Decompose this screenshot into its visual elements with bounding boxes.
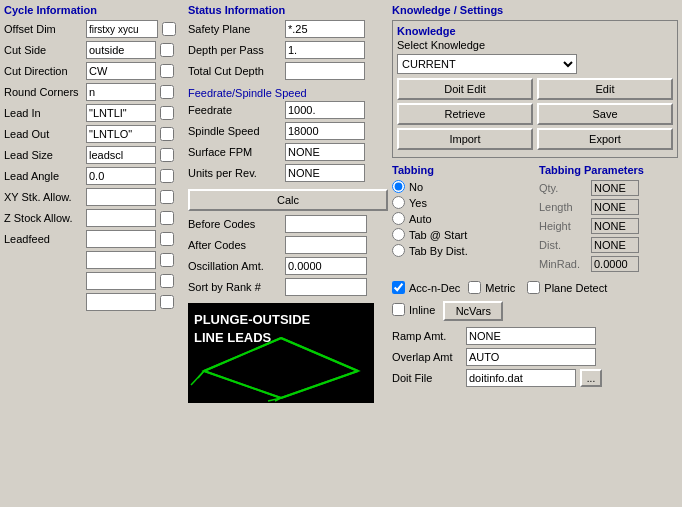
ncvars-button[interactable]: NcVars <box>443 301 503 321</box>
safety-plane-input[interactable] <box>285 20 365 38</box>
knowledge-select[interactable]: CURRENT <box>397 54 577 74</box>
doit-file-label: Doit File <box>392 372 462 384</box>
height-input[interactable] <box>591 218 639 234</box>
radio-auto[interactable] <box>392 212 405 225</box>
cut-side-row: Cut Side <box>4 41 184 59</box>
feedrate-input[interactable] <box>285 101 365 119</box>
import-button[interactable]: Import <box>397 128 533 150</box>
radio-no[interactable] <box>392 180 405 193</box>
lead-angle-input[interactable] <box>86 167 156 185</box>
surface-fpm-input[interactable] <box>285 143 365 161</box>
extra-checkbox-3[interactable] <box>160 295 174 309</box>
minrad-input[interactable] <box>591 256 639 272</box>
before-codes-row: Before Codes <box>188 215 388 233</box>
spindle-speed-input[interactable] <box>285 122 365 140</box>
xy-stk-allow-row: XY Stk. Allow. <box>4 188 184 206</box>
after-codes-row: After Codes <box>188 236 388 254</box>
z-stock-allow-row: Z Stock Allow. <box>4 209 184 227</box>
surface-fpm-row: Surface FPM <box>188 143 388 161</box>
lead-out-checkbox[interactable] <box>160 127 174 141</box>
cut-side-checkbox[interactable] <box>160 43 174 57</box>
lead-in-checkbox[interactable] <box>160 106 174 120</box>
doit-file-input[interactable] <box>466 369 576 387</box>
save-button[interactable]: Save <box>537 103 673 125</box>
radio-tab-by-dist[interactable] <box>392 244 405 257</box>
total-cut-depth-label: Total Cut Depth <box>188 65 283 77</box>
feedrate-row: Feedrate <box>188 101 388 119</box>
radio-tab-start[interactable] <box>392 228 405 241</box>
knowledge-settings-header: Knowledge / Settings <box>392 4 503 16</box>
z-stock-allow-checkbox[interactable] <box>160 211 174 225</box>
dist-input[interactable] <box>591 237 639 253</box>
extra-input-1[interactable] <box>86 251 156 269</box>
radio-tab-by-dist-label: Tab By Dist. <box>409 245 468 257</box>
extra-input-3[interactable] <box>86 293 156 311</box>
xy-stk-allow-input[interactable] <box>86 188 156 206</box>
units-per-rev-input[interactable] <box>285 164 365 182</box>
cut-direction-input[interactable] <box>86 62 156 80</box>
after-codes-input[interactable] <box>285 236 367 254</box>
total-cut-depth-input[interactable] <box>285 62 365 80</box>
leadfeed-checkbox[interactable] <box>160 232 174 246</box>
round-corners-input[interactable] <box>86 83 156 101</box>
lead-in-label: Lead In <box>4 107 84 119</box>
ramp-amt-input[interactable] <box>466 327 596 345</box>
round-corners-checkbox[interactable] <box>160 85 174 99</box>
oscillation-amt-label: Oscillation Amt. <box>188 260 283 272</box>
depth-per-pass-input[interactable] <box>285 41 365 59</box>
offset-dim-checkbox[interactable] <box>162 22 176 36</box>
oscillation-amt-input[interactable] <box>285 257 367 275</box>
export-button[interactable]: Export <box>537 128 673 150</box>
lead-angle-row: Lead Angle <box>4 167 184 185</box>
overlap-amt-input[interactable] <box>466 348 596 366</box>
leadfeed-row: Leadfeed <box>4 230 184 248</box>
before-codes-input[interactable] <box>285 215 367 233</box>
leadfeed-input[interactable] <box>86 230 156 248</box>
metric-checkbox[interactable] <box>468 281 481 294</box>
radio-yes-label: Yes <box>409 197 427 209</box>
units-per-rev-row: Units per Rev. <box>188 164 388 182</box>
radio-no-row: No <box>392 180 531 193</box>
inline-label: Inline <box>409 304 435 316</box>
browse-button[interactable]: ... <box>580 369 602 387</box>
metric-label: Metric <box>485 282 515 294</box>
lead-in-input[interactable] <box>86 104 156 122</box>
acc-n-dec-checkbox[interactable] <box>392 281 405 294</box>
cut-side-input[interactable] <box>86 41 156 59</box>
cycle-info-title: Cycle Information <box>4 4 184 16</box>
depth-per-pass-label: Depth per Pass <box>188 44 283 56</box>
svg-line-6 <box>204 371 281 398</box>
lead-angle-checkbox[interactable] <box>160 169 174 183</box>
offset-dim-input[interactable] <box>86 20 158 38</box>
retrieve-button[interactable]: Retrieve <box>397 103 533 125</box>
knowledge-dropdown-row: CURRENT <box>397 54 673 74</box>
svg-line-5 <box>281 371 358 398</box>
extra-checkbox-2[interactable] <box>160 274 174 288</box>
qty-row: Qty. <box>539 180 678 196</box>
sort-by-rank-input[interactable] <box>285 278 367 296</box>
round-corners-row: Round Corners <box>4 83 184 101</box>
lead-size-input[interactable] <box>86 146 156 164</box>
lead-out-input[interactable] <box>86 125 156 143</box>
xy-stk-allow-checkbox[interactable] <box>160 190 174 204</box>
cut-direction-row: Cut Direction <box>4 62 184 80</box>
extra-input-2[interactable] <box>86 272 156 290</box>
qty-input[interactable] <box>591 180 639 196</box>
preview-box: PLUNGE-OUTSIDE LINE LEADS <box>188 303 374 403</box>
overlap-amt-label: Overlap Amt <box>392 351 462 363</box>
extra-checkbox-1[interactable] <box>160 253 174 267</box>
plane-detect-checkbox[interactable] <box>527 281 540 294</box>
length-row: Length <box>539 199 678 215</box>
length-input[interactable] <box>591 199 639 215</box>
btn-row-1: Doit Edit Edit <box>397 78 673 100</box>
z-stock-allow-input[interactable] <box>86 209 156 227</box>
edit-button[interactable]: Edit <box>537 78 673 100</box>
doit-edit-button[interactable]: Doit Edit <box>397 78 533 100</box>
cut-direction-checkbox[interactable] <box>160 64 174 78</box>
height-label: Height <box>539 220 587 232</box>
lead-size-checkbox[interactable] <box>160 148 174 162</box>
inline-checkbox[interactable] <box>392 303 405 316</box>
calc-button[interactable]: Calc <box>188 189 388 211</box>
radio-yes-row: Yes <box>392 196 531 209</box>
radio-yes[interactable] <box>392 196 405 209</box>
